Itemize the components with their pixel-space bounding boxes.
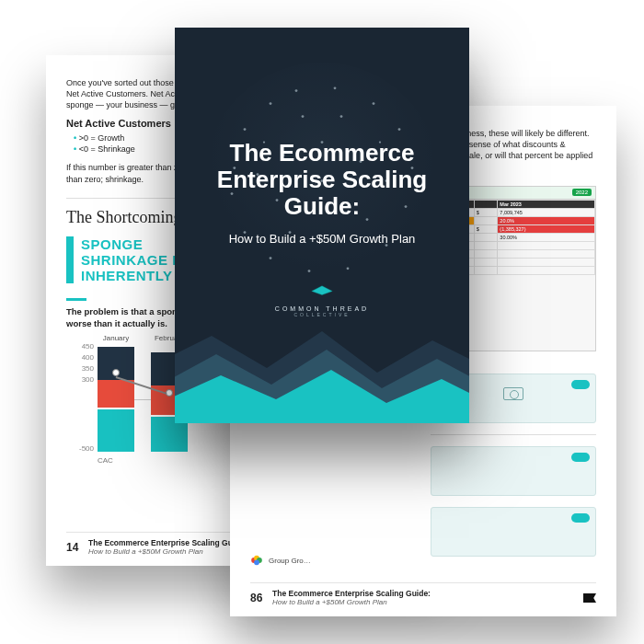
footer-text: The Ecommerce Enterprise Scaling Guide: … (272, 589, 431, 607)
toggle-icon (571, 513, 590, 523)
col-label: January (98, 334, 134, 342)
cover-subtitle: How to Build a +$50M Growth Plan (175, 232, 469, 246)
svg-point-3 (254, 559, 259, 565)
toggle-icon (571, 453, 590, 462)
accent-dash (66, 298, 86, 301)
brand-logo-icon (309, 282, 335, 298)
footer-text: The Ecommerce Enterprise Scaling Guide: … (88, 538, 247, 557)
cover-title: The Ecommerce Enterprise Scaling Guide: (175, 140, 469, 220)
upload-panel (431, 446, 596, 496)
svg-point-5 (244, 129, 247, 132)
page-number: 86 (250, 592, 267, 604)
ytick: 350 (66, 364, 94, 373)
svg-point-9 (373, 103, 375, 106)
footer-title: The Ecommerce Enterprise Scaling Guide: (272, 589, 431, 598)
svg-point-29 (302, 116, 305, 119)
ytick: 450 (66, 342, 94, 351)
footer-title: The Ecommerce Enterprise Scaling Guide: (88, 538, 247, 547)
cover-page: The Ecommerce Enterprise Scaling Guide: … (175, 28, 469, 423)
svg-point-16 (270, 258, 272, 260)
upload-panel (431, 507, 596, 557)
svg-marker-35 (312, 286, 332, 295)
branding-row: Group Gro… (250, 554, 311, 567)
overlay-dot (112, 369, 120, 376)
cover-wave-art (175, 304, 469, 423)
svg-point-8 (334, 87, 337, 90)
multicolor-logo-icon (250, 554, 263, 567)
branding-text: Group Gro… (269, 557, 311, 565)
svg-point-14 (347, 268, 350, 270)
svg-point-6 (270, 103, 272, 106)
toggle-icon (571, 380, 590, 389)
page-footer: 86 The Ecommerce Enterprise Scaling Guid… (250, 582, 596, 607)
ytick: 300 (66, 375, 94, 384)
sheet-col: Mar 2023 (498, 200, 595, 208)
svg-point-7 (295, 90, 298, 93)
seg-b (98, 380, 134, 408)
chart-col-jan: January (98, 347, 134, 453)
document-mock-stage: Once you've sorted out those two numbers… (0, 0, 644, 644)
ytick: 400 (66, 353, 94, 362)
page-number: 14 (66, 541, 83, 554)
svg-point-10 (398, 129, 401, 132)
footer-sub: How to Build a +$50M Growth Plan (272, 598, 387, 606)
ytick-bottom: -500 (66, 444, 94, 453)
svg-point-30 (340, 116, 343, 119)
xlabel-cac: CAC (98, 456, 113, 465)
camera-icon (503, 387, 523, 400)
flag-icon (583, 593, 596, 603)
divider (431, 434, 596, 435)
sheet-badge: 2022 (572, 189, 592, 196)
svg-point-15 (308, 270, 311, 273)
seg-c (98, 409, 134, 452)
footer-sub: How to Build a +$50M Growth Plan (88, 547, 203, 556)
